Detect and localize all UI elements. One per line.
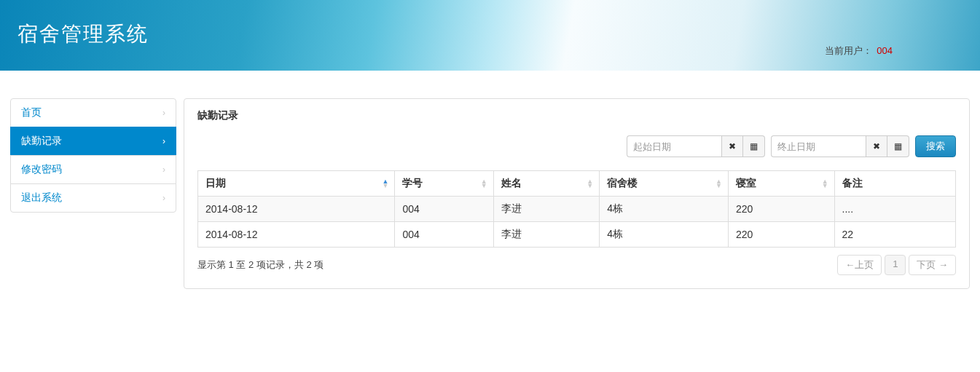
col-student-id[interactable]: 学号 ▲▼ (395, 171, 493, 197)
filter-toolbar: ✖ ▦ ✖ ▦ 搜索 (197, 135, 956, 157)
main-panel: 缺勤记录 ✖ ▦ ✖ ▦ 搜索 日期 ▲▼ (184, 98, 970, 289)
calendar-grid-icon: ▦ (894, 141, 902, 151)
cell-student-id: 004 (395, 197, 493, 222)
sidebar-item-label: 退出系统 (21, 191, 62, 205)
sidebar-item-label: 缺勤记录 (21, 135, 62, 148)
end-date-picker-button[interactable]: ▦ (887, 135, 909, 157)
table-row: 2014-08-12 004 李进 4栋 220 .... (198, 197, 956, 222)
calendar-grid-icon: ▦ (750, 141, 758, 151)
close-icon: ✖ (729, 141, 736, 151)
col-room[interactable]: 寝室 ▲▼ (728, 171, 834, 197)
page-number-button[interactable]: 1 (885, 255, 906, 275)
chevron-right-icon: › (162, 108, 165, 118)
cell-date: 2014-08-12 (198, 222, 395, 248)
app-title: 宿舍管理系统 (0, 0, 980, 48)
sidebar: 首页 › 缺勤记录 › 修改密码 › 退出系统 › (10, 98, 176, 289)
cell-building: 4栋 (600, 197, 729, 222)
sidebar-item-label: 首页 (21, 106, 42, 119)
sidebar-item-label: 修改密码 (21, 163, 62, 176)
records-table: 日期 ▲▼ 学号 ▲▼ 姓名 ▲▼ 宿舍楼 ▲▼ (197, 170, 956, 248)
cell-name: 李进 (493, 222, 600, 248)
cell-date: 2014-08-12 (198, 197, 395, 222)
cell-building: 4栋 (600, 222, 729, 248)
clear-end-date-button[interactable]: ✖ (866, 135, 887, 157)
table-header-row: 日期 ▲▼ 学号 ▲▼ 姓名 ▲▼ 宿舍楼 ▲▼ (198, 171, 956, 197)
current-user-id: 004 (877, 45, 893, 56)
start-date-picker-button[interactable]: ▦ (743, 135, 765, 157)
cell-name: 李进 (493, 197, 600, 222)
cell-note: .... (834, 197, 955, 222)
current-user: 当前用户：004 (825, 44, 893, 58)
col-name[interactable]: 姓名 ▲▼ (493, 171, 600, 197)
cell-student-id: 004 (395, 222, 493, 248)
app-header: 宿舍管理系统 当前用户：004 (0, 0, 980, 71)
end-date-input[interactable] (771, 135, 866, 157)
panel-title: 缺勤记录 (197, 109, 956, 122)
sidebar-item-absence[interactable]: 缺勤记录 › (10, 127, 176, 156)
close-icon: ✖ (873, 141, 880, 151)
sort-icon: ▲▼ (822, 179, 828, 188)
current-user-label: 当前用户： (825, 45, 872, 56)
table-row: 2014-08-12 004 李进 4栋 220 22 (198, 222, 956, 248)
chevron-right-icon: › (162, 136, 165, 146)
start-date-group: ✖ ▦ (627, 135, 765, 157)
sort-icon: ▲▼ (481, 179, 487, 188)
prev-page-button[interactable]: ←上页 (837, 255, 882, 275)
sidebar-item-logout[interactable]: 退出系统 › (10, 183, 176, 213)
col-building[interactable]: 宿舍楼 ▲▼ (600, 171, 729, 197)
sort-icon: ▲▼ (587, 179, 593, 188)
cell-room: 220 (728, 222, 834, 248)
chevron-right-icon: › (162, 165, 165, 175)
cell-note: 22 (834, 222, 955, 248)
cell-room: 220 (728, 197, 834, 222)
start-date-input[interactable] (627, 135, 721, 157)
sidebar-item-home[interactable]: 首页 › (10, 98, 176, 127)
sort-icon: ▲▼ (716, 179, 722, 188)
clear-start-date-button[interactable]: ✖ (721, 135, 743, 157)
chevron-right-icon: › (162, 193, 165, 203)
table-footer: 显示第 1 至 2 项记录，共 2 项 ←上页 1 下页 → (197, 255, 956, 275)
end-date-group: ✖ ▦ (771, 135, 909, 157)
col-note: 备注 (834, 171, 955, 197)
search-button[interactable]: 搜索 (915, 135, 956, 157)
sort-icon: ▲▼ (382, 179, 388, 188)
pagination: ←上页 1 下页 → (837, 255, 956, 275)
table-info: 显示第 1 至 2 项记录，共 2 项 (197, 258, 324, 272)
col-date[interactable]: 日期 ▲▼ (198, 171, 395, 197)
sidebar-item-password[interactable]: 修改密码 › (10, 155, 176, 184)
next-page-button[interactable]: 下页 → (909, 255, 956, 275)
